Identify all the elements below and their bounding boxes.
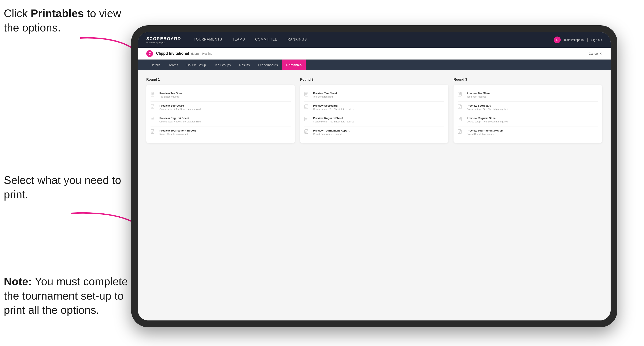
print-item-title-2-1: Preview Tee Sheet [313, 92, 337, 95]
print-item-title-3-4: Preview Tournament Report [466, 129, 503, 132]
round-card-1: Preview Tee SheetTee Sheet required Prev… [146, 85, 295, 143]
document-icon [304, 105, 310, 111]
print-item-text-1-2: Preview ScorecardCourse setup + Tee Shee… [160, 104, 201, 110]
print-item-text-2-2: Preview ScorecardCourse setup + Tee Shee… [313, 104, 354, 110]
tab-printables[interactable]: Printables [282, 59, 306, 70]
print-item-title-3-1: Preview Tee Sheet [466, 92, 490, 95]
document-icon [458, 117, 464, 124]
round-title-1: Round 1 [146, 78, 295, 81]
print-item-title-1-3: Preview Raguzzi Sheet [160, 117, 201, 120]
print-item-title-2-3: Preview Raguzzi Sheet [313, 117, 354, 120]
sign-out-link[interactable]: Sign out [591, 38, 602, 42]
round-title-3: Round 3 [454, 78, 602, 81]
nav-teams[interactable]: TEAMS [232, 38, 245, 42]
print-item-subtitle-1-1: Tee Sheet required [160, 95, 183, 98]
print-item-subtitle-1-3: Course setup + Tee Sheet data required [160, 120, 201, 123]
tab-teams[interactable]: Teams [164, 59, 182, 70]
document-icon [304, 129, 310, 136]
round-card-2: Preview Tee SheetTee Sheet required Prev… [300, 85, 449, 143]
sub-tabs: Details Teams Course Setup Tee Groups Re… [138, 59, 610, 70]
print-item-text-1-1: Preview Tee SheetTee Sheet required [160, 92, 183, 98]
print-item-1-3[interactable]: Preview Raguzzi SheetCourse setup + Tee … [150, 114, 291, 127]
print-item-title-2-2: Preview Scorecard [313, 104, 354, 107]
tablet-device: SCOREBOARD Powered by clippd TOURNAMENTS… [131, 25, 617, 327]
nav-tournaments[interactable]: TOURNAMENTS [194, 38, 222, 42]
print-item-1-1[interactable]: Preview Tee SheetTee Sheet required [150, 89, 291, 102]
print-item-3-2[interactable]: Preview ScorecardCourse setup + Tee Shee… [458, 102, 598, 114]
document-icon [304, 92, 310, 99]
print-item-text-3-2: Preview ScorecardCourse setup + Tee Shee… [466, 104, 508, 110]
top-nav-right: B blair@clippd.io | Sign out [554, 36, 602, 43]
round-section-3: Round 3 Preview Tee SheetTee Sheet requi… [454, 78, 602, 143]
hosting-badge: Hosting [202, 52, 212, 55]
print-item-1-2[interactable]: Preview ScorecardCourse setup + Tee Shee… [150, 102, 291, 114]
print-item-2-2[interactable]: Preview ScorecardCourse setup + Tee Shee… [304, 102, 444, 114]
print-item-2-4[interactable]: Preview Tournament ReportRound Completio… [304, 127, 444, 139]
tournament-name: Clippd Invitational [156, 51, 189, 56]
print-item-subtitle-3-4: Round Completion required [466, 133, 503, 135]
print-item-3-4[interactable]: Preview Tournament ReportRound Completio… [458, 127, 598, 139]
tablet-screen: SCOREBOARD Powered by clippd TOURNAMENTS… [138, 32, 610, 321]
print-item-text-3-4: Preview Tournament ReportRound Completio… [466, 129, 503, 135]
print-item-subtitle-1-4: Round Completion required [160, 133, 196, 135]
document-icon [458, 105, 464, 111]
main-content: Round 1 Preview Tee SheetTee Sheet requi… [138, 70, 610, 321]
document-icon [150, 105, 156, 111]
print-item-3-3[interactable]: Preview Raguzzi SheetCourse setup + Tee … [458, 114, 598, 127]
print-item-text-2-1: Preview Tee SheetTee Sheet required [313, 92, 337, 98]
tab-results[interactable]: Results [235, 59, 254, 70]
print-item-title-1-2: Preview Scorecard [160, 104, 201, 107]
print-item-text-2-3: Preview Raguzzi SheetCourse setup + Tee … [313, 117, 354, 123]
logo-scoreboard: SCOREBOARD [146, 36, 181, 41]
print-item-subtitle-3-1: Tee Sheet required [466, 95, 490, 98]
print-item-subtitle-3-2: Course setup + Tee Sheet data required [466, 108, 508, 110]
round-title-2: Round 2 [300, 78, 449, 81]
document-icon [150, 117, 156, 124]
print-item-text-3-1: Preview Tee SheetTee Sheet required [466, 92, 490, 98]
print-item-title-3-3: Preview Raguzzi Sheet [466, 117, 508, 120]
tab-details[interactable]: Details [146, 59, 164, 70]
print-item-subtitle-2-3: Course setup + Tee Sheet data required [313, 120, 354, 123]
annotation-note-bold: Note: [4, 275, 32, 288]
print-item-text-2-4: Preview Tournament ReportRound Completio… [313, 129, 350, 135]
nav-committee[interactable]: COMMITTEE [255, 38, 278, 42]
annotation-bold: Printables [31, 7, 84, 19]
print-item-title-2-4: Preview Tournament Report [313, 129, 350, 132]
top-nav-links: TOURNAMENTS TEAMS COMMITTEE RANKINGS [194, 38, 554, 42]
separator: | [587, 38, 588, 42]
print-item-2-3[interactable]: Preview Raguzzi SheetCourse setup + Tee … [304, 114, 444, 127]
tab-leaderboards[interactable]: Leaderboards [254, 59, 282, 70]
logo-powered: Powered by clippd [146, 41, 181, 44]
top-nav: SCOREBOARD Powered by clippd TOURNAMENTS… [138, 32, 610, 48]
print-item-subtitle-2-4: Round Completion required [313, 133, 350, 135]
print-item-title-3-2: Preview Scorecard [466, 104, 508, 107]
annotation-middle: Select what you need to print. [4, 173, 126, 202]
print-item-2-1[interactable]: Preview Tee SheetTee Sheet required [304, 89, 444, 102]
print-item-subtitle-3-3: Course setup + Tee Sheet data required [466, 120, 508, 123]
print-item-3-1[interactable]: Preview Tee SheetTee Sheet required [458, 89, 598, 102]
user-email: blair@clippd.io [564, 38, 584, 42]
cancel-button[interactable]: Cancel ✕ [588, 52, 602, 55]
print-item-subtitle-2-1: Tee Sheet required [313, 95, 337, 98]
print-item-text-1-4: Preview Tournament ReportRound Completio… [160, 129, 196, 135]
document-icon [150, 129, 156, 136]
tab-tee-groups[interactable]: Tee Groups [210, 59, 235, 70]
print-item-text-1-3: Preview Raguzzi SheetCourse setup + Tee … [160, 117, 201, 123]
logo-area: SCOREBOARD Powered by clippd [146, 36, 181, 44]
document-icon [458, 92, 464, 99]
print-item-title-1-1: Preview Tee Sheet [160, 92, 183, 95]
user-avatar: B [554, 36, 561, 43]
nav-rankings[interactable]: RANKINGS [288, 38, 307, 42]
print-item-title-1-4: Preview Tournament Report [160, 129, 196, 132]
tab-course-setup[interactable]: Course Setup [182, 59, 210, 70]
tournament-bar: C Clippd Invitational (Men) Hosting Canc… [138, 48, 610, 59]
document-icon [304, 117, 310, 124]
print-item-subtitle-1-2: Course setup + Tee Sheet data required [160, 108, 201, 110]
rounds-grid: Round 1 Preview Tee SheetTee Sheet requi… [146, 78, 602, 143]
round-card-3: Preview Tee SheetTee Sheet required Prev… [454, 85, 602, 143]
round-section-2: Round 2 Preview Tee SheetTee Sheet requi… [300, 78, 449, 143]
round-section-1: Round 1 Preview Tee SheetTee Sheet requi… [146, 78, 295, 143]
tournament-tag: (Men) [191, 52, 199, 55]
annotation-top: Click Printables to view the options. [4, 6, 126, 35]
print-item-1-4[interactable]: Preview Tournament ReportRound Completio… [150, 127, 291, 139]
